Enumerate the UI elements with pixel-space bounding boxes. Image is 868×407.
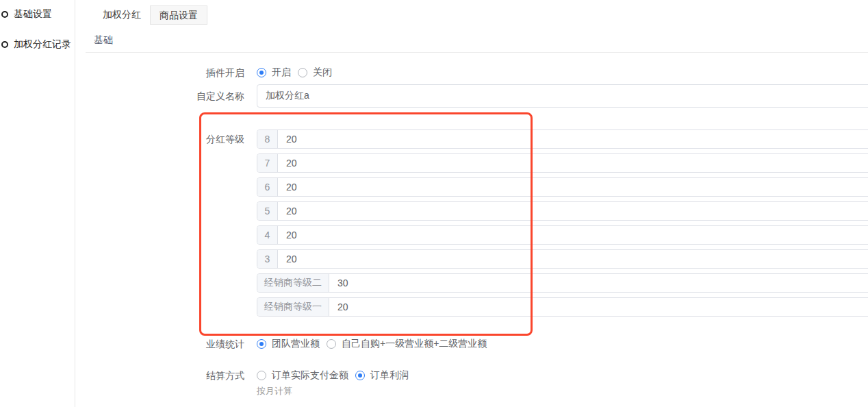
radio-selected-icon[interactable] [257,339,266,349]
custom-name-label: 自定义名称 [94,90,244,102]
sidebar-item-basic-settings[interactable]: 基础设置 [0,8,75,21]
performance-stat-label: 业绩统计 [94,338,244,350]
settlement-radio-group: 订单实际支付金额 订单利润 [257,369,868,382]
section-title-basic: 基础 [94,34,868,47]
level-name: 5 [257,202,278,220]
sidebar-item-dividend-records[interactable]: 加权分红记录 [0,38,75,51]
radio-option-label: 关闭 [313,66,332,79]
dividend-levels-label: 分红等级 [94,133,244,145]
radio-option-label: 订单利润 [370,369,409,382]
level-value-input[interactable]: 30 [329,274,868,292]
radio-option-enable[interactable]: 开启 [257,66,291,79]
level-value-input[interactable]: 20 [278,154,868,172]
main-content: 加权分红 商品设置 基础 插件开启 开启 关闭 自定义名称 分红等级 8 [76,0,868,407]
radio-option-team-turnover[interactable]: 团队营业额 [257,338,320,350]
radio-option-order-profit[interactable]: 订单利润 [355,369,409,382]
circle-icon [1,11,8,18]
form-row-plugin-switch: 插件开启 开启 关闭 [94,66,868,79]
sidebar: 基础设置 加权分红记录 [0,0,75,407]
plugin-switch-radio-group: 开启 关闭 [257,66,868,79]
radio-selected-icon[interactable] [355,371,365,380]
radio-option-actual-payment[interactable]: 订单实际支付金额 [257,369,348,382]
sidebar-item-label: 基础设置 [14,8,52,21]
radio-option-label: 开启 [272,66,291,79]
level-value-input[interactable]: 20 [278,250,868,268]
level-name: 4 [257,226,278,244]
level-name: 经销商等级一 [257,298,329,316]
dividend-levels-list: 8 20 7 20 6 20 5 20 4 20 3 20 [257,130,868,321]
level-row: 5 20 [257,201,868,221]
level-row: 经销商等级一 20 [257,297,868,317]
radio-option-self-purchase[interactable]: 自己自购+一级营业额+二级营业额 [327,338,487,350]
form-row-dividend-levels: 分红等级 8 20 7 20 6 20 5 20 4 20 [94,130,868,321]
settlement-control: 订单实际支付金额 订单利润 按月计算 [257,369,868,397]
level-row: 4 20 [257,225,868,245]
level-name: 经销商等级二 [257,274,329,292]
level-name: 8 [257,130,278,148]
radio-option-label: 自己自购+一级营业额+二级营业额 [342,338,487,350]
level-row: 3 20 [257,249,868,269]
level-row: 经销商等级二 30 [257,273,868,293]
level-value-input[interactable]: 20 [278,202,868,220]
radio-option-label: 团队营业额 [272,338,320,350]
form-row-performance-stat: 业绩统计 团队营业额 自己自购+一级营业额+二级营业额 [94,338,868,350]
custom-name-control [257,84,868,108]
radio-unselected-icon[interactable] [298,68,307,77]
level-name: 6 [257,178,278,196]
form-row-custom-name: 自定义名称 [94,84,868,108]
level-value-input[interactable]: 20 [278,178,868,196]
radio-unselected-icon[interactable] [257,371,266,380]
radio-option-label: 订单实际支付金额 [272,369,348,382]
level-value-input[interactable]: 20 [278,130,868,148]
level-value-input[interactable]: 20 [278,226,868,244]
radio-option-disable[interactable]: 关闭 [298,66,332,79]
level-row: 8 20 [257,130,868,149]
settlement-note: 按月计算 [257,385,868,397]
level-name: 7 [257,154,278,172]
radio-selected-icon[interactable] [257,68,266,77]
tab-bar: 加权分红 商品设置 [94,5,868,25]
performance-stat-radio-group: 团队营业额 自己自购+一级营业额+二级营业额 [257,338,868,350]
radio-unselected-icon[interactable] [327,339,336,349]
sidebar-item-label: 加权分红记录 [14,38,71,51]
circle-icon [1,41,8,48]
level-name: 3 [257,250,278,268]
tab-product-settings[interactable]: 商品设置 [150,5,207,25]
level-row: 6 20 [257,177,868,197]
tab-weighted-dividend[interactable]: 加权分红 [94,5,150,25]
custom-name-input[interactable] [257,84,868,108]
settlement-label: 结算方式 [94,369,244,382]
plugin-switch-label: 插件开启 [94,66,244,79]
section-divider [86,52,868,53]
form-row-settlement: 结算方式 订单实际支付金额 订单利润 按月计算 [94,369,868,397]
level-row: 7 20 [257,153,868,173]
level-value-input[interactable]: 20 [329,298,868,316]
